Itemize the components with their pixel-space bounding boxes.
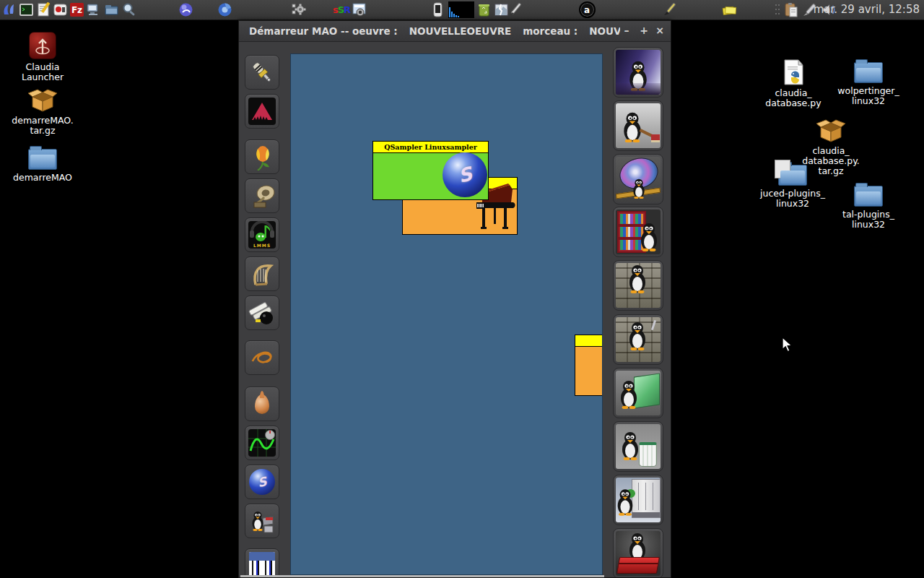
broom-head bbox=[651, 134, 660, 142]
knot-icon bbox=[248, 344, 276, 371]
tool-film-camera[interactable] bbox=[245, 296, 279, 330]
panel-clock[interactable]: mar. 29 avril, 12:58 bbox=[814, 3, 920, 16]
folder-icon bbox=[3, 149, 82, 170]
tool-harp[interactable] bbox=[245, 256, 279, 291]
tux-garbage-truck-image bbox=[616, 478, 661, 522]
tux-cd-lounge-image bbox=[616, 157, 661, 202]
tool-piano-keyboard[interactable] bbox=[245, 548, 279, 578]
thumbnail-tux-cd-lounge[interactable] bbox=[613, 154, 663, 204]
juggled-knife bbox=[651, 320, 656, 330]
folder-with-paper-icon bbox=[753, 165, 832, 186]
desktop-icon-label: wolpertinger_ linux32 bbox=[829, 86, 908, 106]
tool-qsampler[interactable]: S bbox=[245, 465, 279, 499]
desktop-icon-label: demarreMAO bbox=[3, 173, 82, 183]
qsampler-sphere-icon: S bbox=[248, 468, 276, 496]
phone-icon[interactable] bbox=[430, 2, 445, 17]
canvas-box-titlebar[interactable]: QSampler Linuxsampler bbox=[373, 142, 488, 153]
window-title: Démarreur MAO -- oeuvre : NOUVELLEOEUVRE… bbox=[249, 25, 620, 37]
thumbnail-tux-sweeping[interactable] bbox=[613, 100, 663, 151]
app-logo-icon[interactable] bbox=[1, 2, 17, 17]
folder-icon bbox=[829, 62, 908, 83]
close-button[interactable]: × bbox=[653, 25, 666, 36]
thumbnail-tux-green-safe[interactable] bbox=[613, 368, 663, 418]
thumbnail-tux-bookshelf[interactable] bbox=[613, 207, 663, 257]
desktop-icon-wolpertinger[interactable]: wolpertinger_ linux32 bbox=[829, 62, 908, 106]
film-camera-icon bbox=[248, 299, 276, 327]
clipboard-icon[interactable] bbox=[783, 2, 798, 17]
droplet-icon bbox=[248, 390, 276, 418]
terminal-icon[interactable] bbox=[19, 2, 34, 17]
search-icon[interactable] bbox=[121, 2, 136, 17]
desktop-icon-label: tal-plugins_ linux32 bbox=[829, 210, 908, 230]
desktop-icon-label: claudia_ database.py bbox=[754, 88, 833, 108]
pen-2-icon[interactable] bbox=[662, 2, 677, 17]
desktop-icon-tal-plugins[interactable]: tal-plugins_ linux32 bbox=[829, 186, 908, 230]
tux-green-safe-image bbox=[616, 371, 661, 415]
spectrum-meter-icon[interactable] bbox=[448, 2, 474, 17]
tool-lmms[interactable]: LMMS bbox=[245, 217, 279, 252]
audacious-icon[interactable]: a bbox=[578, 2, 596, 17]
thumbnail-tux-wall-juggling[interactable] bbox=[613, 314, 663, 365]
minimize-button[interactable]: – bbox=[620, 25, 633, 36]
simplescreenrecorder-icon[interactable]: sSR bbox=[332, 2, 351, 17]
computer-icon[interactable] bbox=[86, 2, 101, 17]
settings-gear-icon[interactable] bbox=[291, 2, 306, 17]
file-manager-icon[interactable] bbox=[104, 2, 119, 17]
tray-handle[interactable] bbox=[775, 2, 780, 17]
tux-wall-juggling-image bbox=[616, 317, 661, 362]
thumbnail-tux-trash-can[interactable] bbox=[613, 421, 663, 472]
archive-box-icon bbox=[791, 117, 871, 143]
qsampler-sphere-icon: S bbox=[443, 152, 487, 197]
gpodder-orb-icon[interactable] bbox=[178, 2, 193, 17]
window-titlebar[interactable]: Démarreur MAO -- oeuvre : NOUVELLEOEUVRE… bbox=[239, 21, 671, 42]
thumbnail-tux-dj-concert[interactable] bbox=[613, 47, 663, 98]
tool-droplet[interactable] bbox=[245, 387, 279, 421]
tool-gramophone[interactable] bbox=[245, 178, 279, 213]
canvas-box-titlebar[interactable] bbox=[575, 335, 603, 347]
filezilla-icon[interactable]: Fz bbox=[69, 2, 84, 17]
harp-icon bbox=[248, 260, 276, 288]
tux-trash-can-image bbox=[616, 424, 661, 469]
canvas-box-qsampler[interactable]: QSampler Linuxsampler S bbox=[372, 141, 489, 200]
tux-dj-concert-image bbox=[616, 50, 661, 95]
demarreur-mao-window: Démarreur MAO -- oeuvre : NOUVELLEOEUVRE… bbox=[238, 20, 671, 578]
sticky-notes-icon[interactable] bbox=[720, 2, 738, 17]
tool-tux-keyboard[interactable] bbox=[245, 504, 279, 538]
text-editor-icon[interactable] bbox=[36, 2, 51, 17]
folder-icon bbox=[829, 186, 908, 207]
tulip-icon bbox=[248, 143, 276, 171]
thumbnail-tux-garbage-truck[interactable] bbox=[613, 475, 663, 525]
desktop-icon-label: juced-plugins_ linux32 bbox=[753, 189, 832, 209]
recycle-bin-icon[interactable] bbox=[476, 2, 492, 17]
desktop-icon-claudia-launcher[interactable]: Claudia Launcher bbox=[3, 32, 82, 82]
tux-sweeping-image bbox=[616, 103, 661, 148]
lmms-icon: LMMS bbox=[248, 221, 276, 249]
tool-ardour[interactable] bbox=[245, 94, 279, 129]
media-recorder-icon[interactable] bbox=[53, 2, 68, 17]
pen-icon[interactable] bbox=[507, 2, 523, 17]
tool-oscilloscope[interactable] bbox=[245, 426, 279, 460]
desktop-icon-claudia-database-py[interactable]: claudia_ database.py bbox=[754, 59, 833, 108]
tux-wall-sitting-image bbox=[616, 263, 661, 308]
desktop-icon-demarremao-folder[interactable]: demarreMAO bbox=[3, 149, 82, 183]
desktop-icon-demarremao-archive[interactable]: demarreMAO. tar.gz bbox=[3, 87, 82, 136]
screenshot-tool-icon[interactable] bbox=[352, 2, 367, 17]
thumbnail-tux-toolbox[interactable] bbox=[613, 528, 663, 578]
broken-image-icon[interactable] bbox=[494, 2, 509, 17]
trash-can bbox=[639, 442, 657, 467]
canvas-box-clipped[interactable] bbox=[575, 335, 603, 396]
tux-keyboard-icon bbox=[248, 507, 276, 535]
session-canvas[interactable]: QSampler Linuxsampler S bbox=[290, 53, 603, 575]
desktop-icon-juced-plugins[interactable]: juced-plugins_ linux32 bbox=[753, 165, 832, 209]
mouse-cursor bbox=[782, 337, 793, 353]
piano-keyboard-icon bbox=[248, 552, 276, 578]
thumbnail-tux-wall-sitting[interactable] bbox=[613, 260, 663, 311]
tool-knot[interactable] bbox=[245, 340, 279, 375]
ardour-triangle-icon bbox=[248, 98, 276, 125]
tool-rosegarden[interactable] bbox=[245, 139, 279, 174]
python-file-icon bbox=[754, 59, 833, 85]
maximize-button[interactable]: + bbox=[637, 25, 650, 36]
chromium-orb-icon[interactable] bbox=[217, 2, 232, 17]
red-toolbox bbox=[616, 557, 660, 574]
tool-audio-jack[interactable] bbox=[245, 55, 279, 90]
